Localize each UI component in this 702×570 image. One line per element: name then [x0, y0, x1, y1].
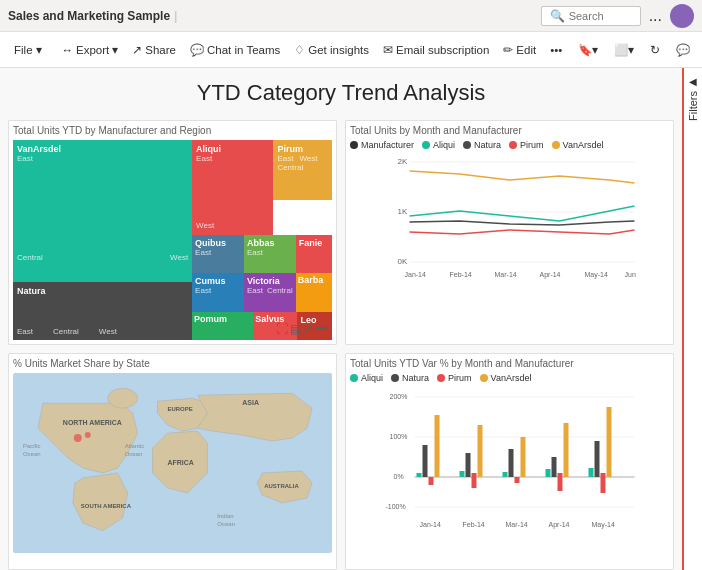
- pirum-label: Pirum: [520, 140, 544, 150]
- x-mar: Mar-14: [495, 271, 517, 278]
- treemap-vanarsdel[interactable]: VanArsdel East Central West: [13, 140, 192, 282]
- victoria-east: East: [247, 286, 263, 295]
- bar-feb-natura: [466, 453, 471, 477]
- page-title: YTD Category Trend Analysis: [8, 80, 674, 106]
- treemap-pirum[interactable]: Pirum East West Central: [273, 140, 332, 200]
- bar-may-aliqui: [589, 468, 594, 477]
- filters-panel[interactable]: ◀ Filters: [682, 68, 702, 570]
- treemap-pomum[interactable]: Pomum: [192, 312, 253, 340]
- aliqui-label: Aliqui: [196, 144, 269, 154]
- bar-may-vanarsdel: [607, 407, 612, 477]
- title-bar-left: Sales and Marketing Sample |: [8, 9, 177, 23]
- bar-chart-container[interactable]: 200% 100% 0% -100%: [350, 385, 669, 565]
- manufacturer-dot: [350, 141, 358, 149]
- treemap-abbas[interactable]: Abbas East: [244, 235, 296, 274]
- filter-button[interactable]: ▤: [290, 322, 301, 336]
- map-container[interactable]: NORTH AMERICA EUROPE ASIA AFRICA SOUTH A…: [13, 373, 332, 553]
- toolbar-export[interactable]: ↔ Export ▾: [56, 39, 125, 61]
- aliqui-west: West: [196, 221, 214, 230]
- treemap-cumus[interactable]: Cumus East: [192, 273, 244, 312]
- treemap-fanie[interactable]: Fanie: [296, 235, 332, 274]
- abbas-east: East: [247, 248, 293, 257]
- vanarsdel-west: West: [170, 253, 188, 262]
- search-input[interactable]: [569, 10, 639, 22]
- pirum-west: West: [299, 154, 317, 163]
- line-chart-legend: Manufacturer Aliqui Natura Pirum: [350, 140, 669, 150]
- toolbar-insights[interactable]: ♢ Get insights: [288, 39, 375, 61]
- bar-jan-natura: [423, 445, 428, 477]
- bar-mar-vanarsdel: [521, 437, 526, 477]
- treemap-title: Total Units YTD by Manufacturer and Regi…: [13, 125, 332, 136]
- abbas-label: Abbas: [247, 238, 293, 248]
- bar-apr-natura: [552, 457, 557, 477]
- more-button[interactable]: •••: [315, 322, 328, 336]
- view-button[interactable]: ⬜▾: [608, 39, 640, 61]
- treemap-container[interactable]: VanArsdel East Central West Natura East: [13, 140, 332, 340]
- vanarsdel-label: VanArsdel: [17, 144, 188, 154]
- bar-natura-label: Natura: [402, 373, 429, 383]
- toolbar-edit[interactable]: ✏ Edit: [497, 39, 542, 61]
- indian-ocean-label2: Ocean: [217, 521, 235, 527]
- title-bar: Sales and Marketing Sample | 🔍 ...: [0, 0, 702, 32]
- bar-legend-aliqui: Aliqui: [350, 373, 383, 383]
- toolbar-right: 🔖▾ ⬜▾ ↻ 💬: [572, 39, 696, 61]
- bar-x-feb: Feb-14: [463, 521, 485, 528]
- cumus-east: East: [195, 286, 241, 295]
- focus-button[interactable]: ⛶: [276, 322, 288, 336]
- africa-label: AFRICA: [168, 459, 194, 466]
- refresh-button[interactable]: ↻: [644, 39, 666, 61]
- y-label-2k: 2K: [398, 157, 408, 166]
- victoria-regions: East Central: [247, 286, 293, 295]
- title-separator: |: [174, 9, 177, 23]
- content-area: YTD Category Trend Analysis Total Units …: [0, 68, 682, 570]
- bar-aliqui-label: Aliqui: [361, 373, 383, 383]
- bookmark-button[interactable]: 🔖▾: [572, 39, 604, 61]
- comment-button[interactable]: 💬: [670, 39, 696, 61]
- toolbar-more[interactable]: •••: [544, 40, 568, 60]
- bar-feb-vanarsdel: [478, 425, 483, 477]
- bar-y-200: 200%: [390, 393, 408, 400]
- bar-apr-aliqui: [546, 469, 551, 477]
- toolbar-file[interactable]: File ▾: [8, 39, 48, 61]
- treemap-barba[interactable]: Barba: [296, 273, 332, 312]
- more-icon: •••: [550, 44, 562, 56]
- bar-x-mar: Mar-14: [506, 521, 528, 528]
- toolbar-email[interactable]: ✉ Email subscription: [377, 39, 495, 61]
- line-chart-svg: 2K 1K 0K: [350, 152, 669, 282]
- usa-marker-2: [85, 432, 91, 438]
- search-icon: 🔍: [550, 9, 565, 23]
- y-label-1k: 1K: [398, 207, 408, 216]
- natura-label: Natura: [474, 140, 501, 150]
- search-box[interactable]: 🔍: [541, 6, 641, 26]
- pomum-label: Pomum: [194, 314, 251, 324]
- natura-dot: [463, 141, 471, 149]
- treemap-top-right: Aliqui East West Pirum: [192, 140, 332, 235]
- toolbar-share[interactable]: ↗ Share: [126, 39, 182, 61]
- chat-icon: 💬: [190, 43, 204, 57]
- map-svg: NORTH AMERICA EUROPE ASIA AFRICA SOUTH A…: [13, 373, 332, 553]
- treemap-victoria[interactable]: Victoria East Central: [244, 273, 296, 312]
- bar-jan-vanarsdel: [435, 415, 440, 477]
- toolbar-chat[interactable]: 💬 Chat in Teams: [184, 39, 286, 61]
- insights-icon: ♢: [294, 43, 305, 57]
- bar-vanarsdel-label: VanArsdel: [491, 373, 532, 383]
- pacific-ocean-label: Pacific: [23, 443, 41, 449]
- bar-natura-dot: [391, 374, 399, 382]
- filters-toggle[interactable]: ◀: [689, 76, 697, 87]
- export-icon: ↔: [62, 44, 74, 56]
- treemap-quibus[interactable]: Quibus East: [192, 235, 244, 274]
- share-label: Share: [145, 44, 176, 56]
- line-chart-container[interactable]: 2K 1K 0K: [350, 152, 669, 292]
- natura-label: Natura: [17, 286, 188, 296]
- bar-vanarsdel-dot: [480, 374, 488, 382]
- natura-regions: East Central West: [17, 327, 117, 336]
- filters-label: Filters: [687, 91, 699, 121]
- treemap-section: Total Units YTD by Manufacturer and Regi…: [8, 120, 337, 345]
- expand-button[interactable]: ⤢: [303, 322, 313, 336]
- treemap-aliqui[interactable]: Aliqui East West: [192, 140, 273, 235]
- aliqui-bottom: West: [196, 217, 214, 231]
- treemap-natura[interactable]: Natura East Central West: [13, 282, 192, 340]
- line-chart-title: Total Units by Month and Manufacturer: [350, 125, 669, 136]
- bar-x-may: May-14: [592, 521, 615, 529]
- more-options-button[interactable]: ...: [649, 7, 662, 25]
